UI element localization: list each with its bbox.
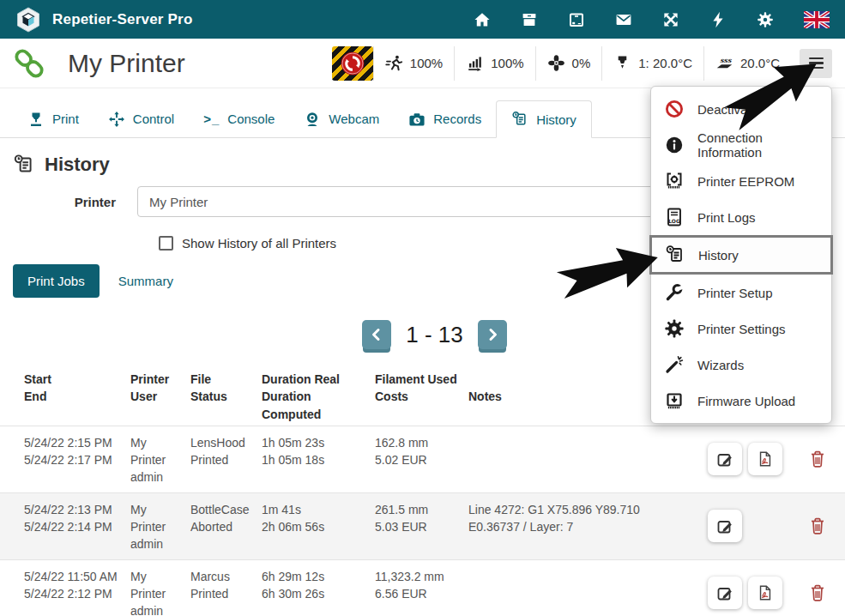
trash-icon [809, 516, 826, 535]
console-prompt-icon: >_ [203, 112, 220, 126]
previous-page-button[interactable] [362, 320, 391, 349]
wrench-icon [664, 282, 685, 303]
edit-pencil-icon [716, 450, 733, 468]
trash-icon [809, 583, 826, 602]
tab-webcam[interactable]: Webcam [289, 100, 394, 137]
move-arrows-icon [108, 111, 125, 128]
pdf-report-button[interactable] [748, 443, 782, 475]
menu-item-wizards[interactable]: Wizards [651, 347, 831, 383]
eeprom-chip-icon [664, 171, 685, 191]
firmware-chip-download-icon [664, 390, 685, 411]
summary-link[interactable]: Summary [118, 274, 173, 288]
tab-console[interactable]: >_ Console [189, 100, 289, 137]
menu-item-connection-information[interactable]: Connection Information [651, 127, 831, 163]
speed-runner-icon [385, 54, 403, 72]
edit-notes-button[interactable] [708, 577, 742, 609]
repetier-server-app: Repetier-Server Pro [0, 0, 845, 616]
fan-icon [547, 54, 565, 72]
menu-item-deactivate[interactable]: Deactivate [651, 91, 831, 127]
quick-actions-bolt-icon[interactable] [709, 11, 727, 28]
page-range: 1 - 13 [406, 322, 463, 348]
log-file-icon: LOG [664, 207, 685, 227]
tab-records[interactable]: Records [394, 100, 496, 137]
printer-dropdown-menu: Deactivate Connection Information Printe… [650, 86, 832, 424]
menu-item-printer-eeprom[interactable]: Printer EEPROM [651, 163, 831, 199]
printer-status-bar: 100% 100% 0 [332, 45, 832, 82]
printer-header: My Printer [0, 39, 845, 88]
repetier-logo-icon [15, 7, 41, 33]
printer-connected-link-icon [13, 47, 45, 80]
fullscreen-icon[interactable] [662, 11, 679, 28]
delete-entry-button[interactable] [806, 513, 830, 539]
topbar-icon-group [474, 11, 830, 28]
status-flow: 100% [454, 46, 534, 81]
tab-print[interactable]: Print [13, 100, 94, 137]
print-bed-icon[interactable] [568, 11, 585, 28]
status-speed: 100% [373, 46, 454, 81]
history-heading-icon [13, 154, 35, 176]
status-bed[interactable]: sss 20.0°C [703, 46, 791, 81]
language-flag-icon[interactable] [804, 11, 830, 28]
project-box-icon[interactable] [521, 11, 538, 28]
flow-bars-icon [466, 54, 484, 72]
print-nozzle-icon [27, 111, 45, 128]
tab-control[interactable]: Control [94, 100, 189, 137]
table-row: 5/24/22 2:13 PM5/24/22 2:14 PM My Printe… [0, 493, 845, 560]
emergency-stop-button[interactable] [332, 46, 373, 81]
status-extruder[interactable]: 1: 20.0°C [601, 46, 703, 81]
global-settings-gear-icon[interactable] [757, 11, 774, 28]
all-printers-checkbox-label: Show History of all Printers [182, 236, 336, 251]
ban-icon [664, 99, 685, 119]
top-navigation-bar: Repetier-Server Pro [0, 0, 845, 39]
menu-item-printer-setup[interactable]: Printer Setup [651, 275, 831, 311]
status-fan: 0% [535, 46, 602, 81]
delete-entry-button[interactable] [806, 580, 830, 606]
magic-wand-icon [664, 354, 685, 375]
home-icon[interactable] [474, 11, 491, 28]
all-printers-checkbox[interactable] [159, 236, 173, 251]
page-title: My Printer [68, 49, 185, 78]
edit-pencil-icon [716, 517, 733, 534]
table-row: 5/24/22 2:15 PM5/24/22 2:17 PM My Printe… [0, 426, 845, 493]
next-page-button[interactable] [478, 320, 507, 349]
menu-item-print-logs[interactable]: LOG Print Logs [651, 199, 831, 235]
chevron-right-icon [485, 327, 500, 342]
print-jobs-button[interactable]: Print Jobs [13, 264, 100, 298]
menu-item-firmware-upload[interactable]: Firmware Upload [651, 383, 831, 419]
trash-icon [809, 450, 826, 468]
gear-icon [664, 318, 685, 339]
edit-notes-button[interactable] [708, 510, 742, 542]
records-camera-icon [408, 111, 426, 128]
info-icon [664, 135, 685, 155]
delete-entry-button[interactable] [806, 446, 830, 472]
menu-item-printer-settings[interactable]: Printer Settings [651, 311, 831, 347]
tab-history[interactable]: History [496, 100, 592, 138]
pdf-file-icon [757, 450, 774, 468]
table-row: 5/24/22 11:50 AM5/24/22 2:12 PM My Print… [0, 560, 845, 616]
history-doc-clock-icon [665, 245, 685, 265]
history-doc-clock-icon [511, 111, 528, 128]
pdf-report-button[interactable] [748, 577, 782, 609]
printer-select-label: Printer [0, 195, 137, 209]
edit-notes-button[interactable] [708, 443, 742, 475]
app-title: Repetier-Server Pro [52, 11, 192, 28]
heated-bed-icon: sss [715, 54, 733, 72]
messages-icon[interactable] [615, 11, 632, 28]
svg-text:LOG: LOG [668, 218, 680, 224]
svg-text:sss: sss [720, 57, 732, 64]
pdf-file-icon [757, 584, 774, 601]
webcam-icon [304, 111, 321, 128]
printer-menu-button[interactable] [800, 49, 832, 78]
extruder-nozzle-icon [613, 54, 631, 72]
section-heading: History [45, 154, 110, 176]
chevron-left-icon [369, 327, 384, 342]
edit-pencil-icon [716, 584, 733, 601]
menu-item-history[interactable]: History [649, 235, 833, 275]
